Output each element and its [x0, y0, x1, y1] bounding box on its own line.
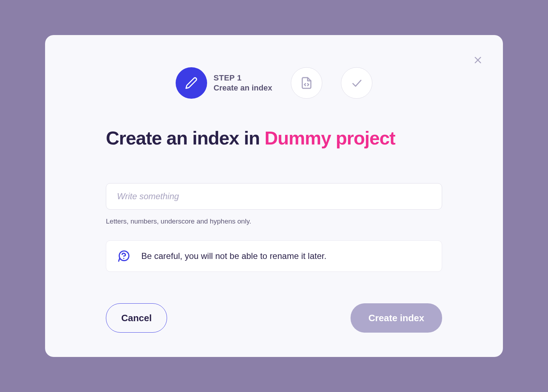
step-3-circle	[341, 67, 372, 99]
close-button[interactable]	[473, 55, 483, 65]
warning-text: Be careful, you will not be able to rena…	[141, 251, 327, 261]
input-helper: Letters, numbers, underscore and hyphens…	[106, 217, 442, 225]
create-index-modal: STEP 1 Create an index	[45, 35, 503, 357]
step-1-label: STEP 1	[214, 73, 272, 83]
modal-actions: Cancel Create index	[106, 303, 442, 333]
page-title: Create an index in Dummy project	[106, 127, 442, 149]
file-code-icon	[300, 77, 313, 89]
step-1-desc: Create an index	[214, 83, 272, 93]
title-prefix: Create an index in	[106, 128, 264, 148]
step-1: STEP 1 Create an index	[176, 67, 272, 99]
index-name-input[interactable]	[106, 183, 442, 210]
modal-content: Create an index in Dummy project Letters…	[45, 127, 503, 272]
step-1-circle	[176, 67, 207, 99]
step-3	[341, 67, 372, 99]
close-icon	[473, 55, 483, 65]
title-project: Dummy project	[264, 128, 395, 148]
warning-box: Be careful, you will not be able to rena…	[106, 240, 442, 272]
stepper: STEP 1 Create an index	[45, 67, 503, 99]
step-2-circle	[291, 67, 322, 99]
cancel-button[interactable]: Cancel	[106, 303, 167, 333]
check-icon	[350, 77, 363, 89]
pencil-icon	[185, 77, 198, 89]
create-index-button[interactable]: Create index	[351, 303, 442, 333]
step-2	[291, 67, 322, 99]
step-1-text: STEP 1 Create an index	[214, 73, 272, 93]
question-circle-icon	[117, 249, 131, 263]
